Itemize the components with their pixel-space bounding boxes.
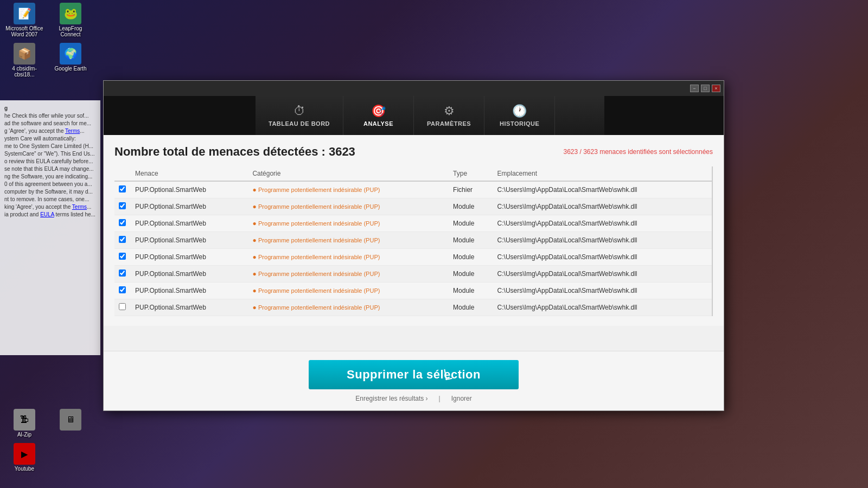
desktop-icon-unknown[interactable]: 🖥 bbox=[49, 409, 92, 438]
threat-type-cell: Module bbox=[449, 282, 493, 299]
desktop-icon-youtube[interactable]: ▶ Youtube bbox=[3, 443, 46, 472]
threat-type-cell: Module bbox=[449, 215, 493, 232]
row-checkbox[interactable] bbox=[119, 202, 126, 209]
row-checkbox-cell[interactable] bbox=[114, 198, 131, 215]
historique-icon: 🕐 bbox=[512, 104, 527, 118]
row-checkbox-cell[interactable] bbox=[114, 249, 131, 266]
threat-name-cell: PUP.Optional.SmartWeb bbox=[131, 232, 248, 249]
tab-parametres-label: PARAMÈTRES bbox=[427, 120, 471, 127]
left-eula-panel: g he Check this offer while your sof... … bbox=[0, 100, 100, 355]
threat-location-cell: C:\Users\Img\AppData\Local\SmartWeb\swhk… bbox=[493, 266, 712, 282]
desktop-icon-google-earth[interactable]: 🌍 Google Earth bbox=[49, 43, 92, 78]
threat-name-cell: PUP.Optional.SmartWeb bbox=[131, 282, 248, 299]
tab-parametres[interactable]: ⚙ PARAMÈTRES bbox=[414, 96, 484, 135]
col-type: Type bbox=[449, 166, 493, 181]
app-logo bbox=[104, 96, 256, 135]
table-row: PUP.Optional.SmartWeb● Programme potenti… bbox=[114, 266, 712, 282]
threats-selected: 3623 / 3623 menaces identifiées sont sél… bbox=[563, 148, 713, 156]
row-checkbox-cell[interactable] bbox=[114, 282, 131, 299]
tableau-de-bord-icon: ⏱ bbox=[293, 104, 305, 118]
threat-category-cell: ● Programme potentiellement indésirable … bbox=[248, 215, 449, 232]
desktop-icon-leapfrog[interactable]: 🐸 LeapFrog Connect bbox=[49, 3, 92, 37]
threat-location-cell: C:\Users\Img\AppData\Local\SmartWeb\swhk… bbox=[493, 282, 712, 299]
threat-location-cell: C:\Users\Img\AppData\Local\SmartWeb\swhk… bbox=[493, 181, 712, 198]
threats-title: Nombre total de menaces détectées : 3623 bbox=[114, 145, 355, 159]
col-emplacement: Emplacement bbox=[493, 166, 712, 181]
row-checkbox[interactable] bbox=[119, 253, 126, 260]
threat-name-cell: PUP.Optional.SmartWeb bbox=[131, 266, 248, 282]
threat-location-cell: C:\Users\Img\AppData\Local\SmartWeb\swhk… bbox=[493, 299, 712, 316]
delete-selection-button[interactable]: Supprimer la sélection bbox=[309, 360, 519, 389]
row-checkbox-cell[interactable] bbox=[114, 215, 131, 232]
threat-category-cell: ● Programme potentiellement indésirable … bbox=[248, 249, 449, 266]
minimize-button[interactable]: − bbox=[690, 85, 699, 92]
threats-table-wrapper[interactable]: Menace Catégorie Type Emplacement PUP.Op… bbox=[114, 166, 713, 316]
row-checkbox[interactable] bbox=[119, 269, 126, 277]
row-checkbox-cell[interactable] bbox=[114, 299, 131, 316]
threat-type-cell: Module bbox=[449, 299, 493, 316]
divider: | bbox=[439, 395, 441, 402]
table-row: PUP.Optional.SmartWeb● Programme potenti… bbox=[114, 282, 712, 299]
save-results-link[interactable]: Enregistrer les résultats › bbox=[355, 395, 427, 402]
content-area: Nombre total de menaces détectées : 3623… bbox=[104, 135, 724, 326]
row-checkbox-cell[interactable] bbox=[114, 266, 131, 282]
threat-location-cell: C:\Users\Img\AppData\Local\SmartWeb\swhk… bbox=[493, 232, 712, 249]
desktop-icon-google-earth-label: Google Earth bbox=[55, 66, 87, 72]
analyse-icon: 🎯 bbox=[371, 104, 386, 118]
col-checkbox bbox=[114, 166, 131, 181]
row-checkbox-cell[interactable] bbox=[114, 232, 131, 249]
table-row: PUP.Optional.SmartWeb● Programme potenti… bbox=[114, 181, 712, 198]
threat-name-cell: PUP.Optional.SmartWeb bbox=[131, 299, 248, 316]
tab-historique-label: HISTORIQUE bbox=[500, 120, 539, 127]
row-checkbox[interactable] bbox=[119, 185, 126, 192]
title-bar: − □ × bbox=[104, 81, 724, 96]
threat-location-cell: C:\Users\Img\AppData\Local\SmartWeb\swhk… bbox=[493, 198, 712, 215]
col-categorie: Catégorie bbox=[248, 166, 449, 181]
table-row: PUP.Optional.SmartWeb● Programme potenti… bbox=[114, 215, 712, 232]
table-row: PUP.Optional.SmartWeb● Programme potenti… bbox=[114, 299, 712, 316]
ignore-link[interactable]: Ignorer bbox=[451, 395, 472, 402]
threat-category-cell: ● Programme potentiellement indésirable … bbox=[248, 232, 449, 249]
table-row: PUP.Optional.SmartWeb● Programme potenti… bbox=[114, 232, 712, 249]
nav-right-area bbox=[604, 96, 724, 135]
bottom-desktop-icons: 🗜 Al-Zip 🖥 ▶ Youtube bbox=[0, 406, 100, 477]
threats-header: Nombre total de menaces détectées : 3623… bbox=[114, 145, 713, 159]
threat-location-cell: C:\Users\Img\AppData\Local\SmartWeb\swhk… bbox=[493, 215, 712, 232]
threat-type-cell: Module bbox=[449, 266, 493, 282]
parametres-icon: ⚙ bbox=[444, 104, 455, 118]
maximize-button[interactable]: □ bbox=[701, 85, 710, 92]
threats-table: Menace Catégorie Type Emplacement PUP.Op… bbox=[114, 166, 712, 316]
threat-type-cell: Fichier bbox=[449, 181, 493, 198]
threat-category-cell: ● Programme potentiellement indésirable … bbox=[248, 282, 449, 299]
threat-name-cell: PUP.Optional.SmartWeb bbox=[131, 181, 248, 198]
threat-location-cell: C:\Users\Img\AppData\Local\SmartWeb\swhk… bbox=[493, 249, 712, 266]
tab-tableau-de-bord[interactable]: ⏱ TABLEAU DE BORD bbox=[256, 96, 343, 135]
nav-tabs: ⏱ TABLEAU DE BORD 🎯 ANALYSE ⚙ PARAMÈTRES… bbox=[256, 96, 604, 135]
desktop-icon-msword[interactable]: 📝 Microsoft Office Word 2007 bbox=[3, 3, 46, 37]
row-checkbox[interactable] bbox=[119, 303, 126, 310]
desktop-icon-aizip[interactable]: 🗜 Al-Zip bbox=[3, 409, 46, 438]
row-checkbox-cell[interactable] bbox=[114, 181, 131, 198]
desktop-icon-msword-label: Microsoft Office Word 2007 bbox=[3, 25, 46, 37]
bottom-links: Enregistrer les résultats › | Ignorer bbox=[355, 395, 472, 402]
threats-table-body: PUP.Optional.SmartWeb● Programme potenti… bbox=[114, 181, 712, 316]
row-checkbox[interactable] bbox=[119, 219, 126, 226]
threat-category-cell: ● Programme potentiellement indésirable … bbox=[248, 266, 449, 282]
col-menace: Menace bbox=[131, 166, 248, 181]
desktop-icon-leapfrog-label: LeapFrog Connect bbox=[49, 25, 92, 37]
row-checkbox[interactable] bbox=[119, 286, 126, 293]
threat-type-cell: Module bbox=[449, 249, 493, 266]
threat-category-cell: ● Programme potentiellement indésirable … bbox=[248, 181, 449, 198]
desktop-icon-cbsidlm[interactable]: 📦 4 cbsidlm-cbsi18... bbox=[3, 43, 46, 78]
tab-historique[interactable]: 🕐 HISTORIQUE bbox=[484, 96, 555, 135]
tab-analyse[interactable]: 🎯 ANALYSE bbox=[343, 96, 414, 135]
row-checkbox[interactable] bbox=[119, 236, 126, 243]
threat-type-cell: Module bbox=[449, 198, 493, 215]
close-button[interactable]: × bbox=[712, 85, 720, 92]
tab-tableau-de-bord-label: TABLEAU DE BORD bbox=[269, 120, 330, 127]
threat-name-cell: PUP.Optional.SmartWeb bbox=[131, 215, 248, 232]
app-window: − □ × ⏱ TABLEAU DE BORD 🎯 ANALYSE ⚙ PARA… bbox=[103, 80, 724, 411]
threat-type-cell: Module bbox=[449, 232, 493, 249]
nav-bar: ⏱ TABLEAU DE BORD 🎯 ANALYSE ⚙ PARAMÈTRES… bbox=[104, 96, 724, 135]
tab-analyse-label: ANALYSE bbox=[363, 120, 393, 127]
